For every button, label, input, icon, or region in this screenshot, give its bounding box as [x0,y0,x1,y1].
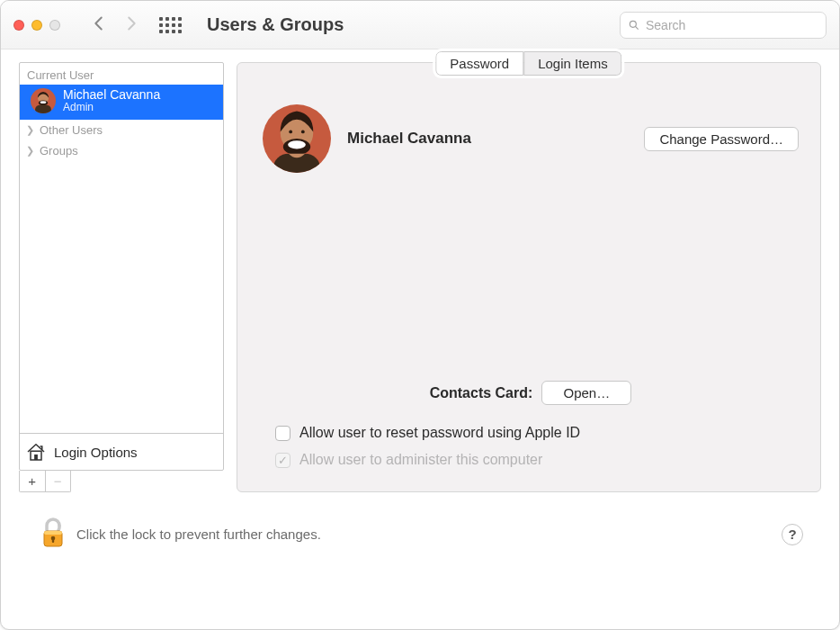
chevron-right-icon: ❯ [25,145,34,157]
titlebar: Users & Groups [1,1,839,50]
pane-title: Users & Groups [207,14,344,35]
close-window-button[interactable] [13,20,24,31]
allow-administer-label: Allow user to administer this computer [299,452,542,468]
svg-rect-17 [44,531,62,535]
body: Current User [1,50,839,629]
user-avatar[interactable] [263,104,331,173]
svg-line-1 [635,26,638,29]
checkbox-icon[interactable] [275,426,290,441]
login-options-button[interactable]: Login Options [20,433,223,470]
profile-name: Michael Cavanna [347,130,471,148]
contacts-card-label: Contacts Card: [430,385,533,401]
zoom-window-button [49,20,60,31]
house-icon [25,441,47,463]
help-button[interactable]: ? [782,524,803,545]
add-user-button[interactable]: + [20,471,46,491]
tab-password[interactable]: Password [435,51,523,76]
lock-bar: Click the lock to prevent further change… [19,492,821,567]
svg-point-0 [630,21,636,27]
svg-point-5 [40,102,47,104]
window-controls [13,20,60,31]
sidebar: Current User [19,62,224,492]
svg-point-13 [289,130,292,134]
forward-button[interactable] [121,14,141,36]
back-button[interactable] [89,14,109,36]
svg-rect-19 [52,538,54,543]
search-input[interactable] [646,18,818,32]
profile-row: Michael Cavanna Change Password… [263,104,799,173]
checkbox-icon [275,453,290,468]
lock-icon[interactable] [40,518,66,551]
svg-point-14 [301,130,305,134]
sidebar-user-current[interactable]: Michael Cavanna Admin [20,85,223,120]
lock-text: Click the lock to prevent further change… [76,526,321,542]
login-options-label: Login Options [54,445,138,460]
open-contacts-button[interactable]: Open… [541,381,631,405]
remove-user-button: − [46,471,71,491]
add-remove-controls: + − [19,471,71,492]
tab-login-items[interactable]: Login Items [523,51,622,76]
contacts-card-row: Contacts Card: Open… [263,381,799,405]
sidebar-user-name: Michael Cavanna [63,88,160,102]
preferences-window: Users & Groups Current User [0,0,840,630]
change-password-button[interactable]: Change Password… [644,127,799,151]
allow-reset-password-row[interactable]: Allow user to reset password using Apple… [263,419,799,446]
tab-bar: Password Login Items [435,51,621,76]
sidebar-user-role: Admin [63,102,160,113]
main-panel: Password Login Items [237,62,821,492]
minimize-window-button[interactable] [31,20,42,31]
sidebar-item-label: Groups [40,144,78,158]
allow-reset-password-label: Allow user to reset password using Apple… [299,425,580,441]
allow-administer-row: Allow user to administer this computer [263,446,799,473]
search-icon [628,19,640,32]
sidebar-other-users[interactable]: ❯ Other Users [20,120,223,140]
avatar-icon [31,88,56,113]
show-all-button[interactable] [159,17,182,33]
user-list: Current User [19,62,224,471]
svg-rect-6 [35,105,51,114]
chevron-right-icon: ❯ [25,124,34,136]
nav-arrows [89,14,141,36]
svg-rect-8 [34,454,38,460]
svg-point-12 [288,140,306,148]
search-field-wrap[interactable] [620,12,827,39]
sidebar-section-current-user: Current User [20,63,223,85]
sidebar-groups[interactable]: ❯ Groups [20,140,223,161]
sidebar-item-label: Other Users [40,123,103,137]
